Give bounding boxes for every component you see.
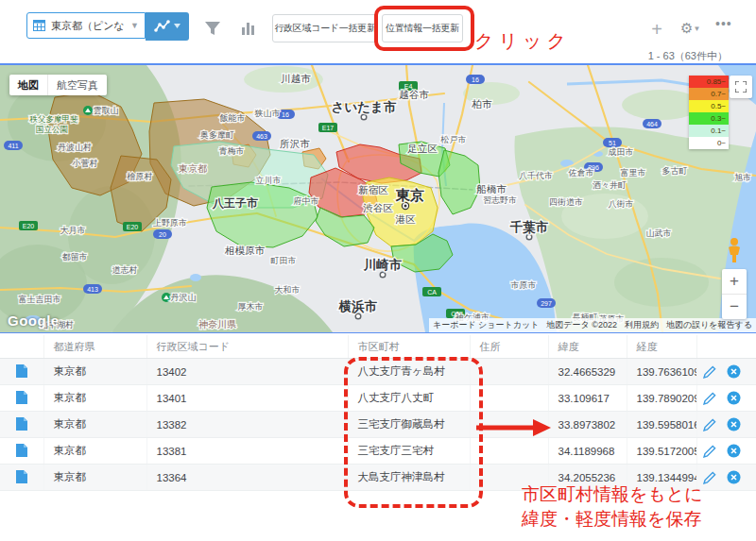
map-canvas[interactable]: 14041116463E17E41651464296E20E2020413CAC…: [0, 63, 756, 333]
remove-pin-icon[interactable]: [727, 470, 741, 484]
cell-actions: [696, 385, 756, 412]
map-label: 千葉市: [509, 220, 549, 234]
map-label: 成田市: [609, 147, 634, 157]
cell-latitude: 33.109617: [548, 385, 627, 412]
terms-link[interactable]: 利用規約: [621, 318, 662, 332]
map-label: 富士吉田市: [19, 295, 61, 304]
annotation-dashed-box: [344, 357, 483, 508]
remove-pin-icon[interactable]: [727, 391, 741, 405]
map-view-toggle[interactable]: [146, 12, 189, 41]
svg-text:16: 16: [472, 76, 479, 83]
header-icon-col: [0, 335, 43, 359]
edit-pencil-icon[interactable]: [703, 471, 716, 484]
cell-prefecture: 東京都: [43, 465, 146, 491]
remove-pin-icon[interactable]: [727, 444, 741, 458]
svg-text:464: 464: [646, 121, 658, 127]
cell-prefecture: 東京都: [43, 412, 146, 438]
col-header-latitude[interactable]: 緯度: [548, 335, 627, 359]
record-document-icon[interactable]: [16, 444, 27, 457]
cell-admin-code: 13402: [146, 359, 348, 385]
map-label: 新宿区: [358, 184, 388, 195]
map-label: 佐倉市: [568, 168, 594, 178]
keyboard-shortcuts-link[interactable]: キーボード ショートカット: [429, 318, 542, 332]
cell-latitude: 33.8973802: [548, 412, 627, 438]
map-label: 小菅村: [72, 159, 98, 168]
batch-admin-code-button[interactable]: 行政区域コード一括更新: [272, 14, 378, 42]
svg-text:411: 411: [8, 143, 18, 149]
legend-entry: 0~: [689, 137, 729, 149]
map-label: 東京: [395, 187, 424, 203]
map-label: 府中市: [294, 196, 319, 206]
record-document-icon[interactable]: [16, 391, 27, 404]
report-error-link[interactable]: 地図の誤りを報告する: [662, 318, 756, 332]
annotation-highlight-box: [374, 6, 474, 51]
col-header-address[interactable]: 住所: [470, 335, 548, 359]
map-label: 多古町: [662, 166, 688, 176]
edit-pencil-icon[interactable]: [703, 418, 716, 431]
map-label: 山武市: [646, 228, 672, 238]
header-actions-col: [696, 335, 756, 359]
view-selector-group: 東京都（ピンなし） ▼: [26, 12, 189, 41]
table-header-row: 都道府県 行政区域コード 市区町村 住所 緯度 経度: [0, 335, 756, 359]
zoom-in-button[interactable]: +: [722, 269, 747, 295]
map-label: 国立公園: [36, 125, 68, 134]
filter-button[interactable]: [199, 16, 226, 41]
settings-button[interactable]: ⚙▼: [680, 20, 700, 37]
more-options-button[interactable]: •••: [715, 16, 732, 31]
edit-pencil-icon[interactable]: [703, 392, 716, 405]
pegman-icon[interactable]: [724, 237, 745, 263]
map-type-map[interactable]: 地図: [9, 75, 47, 95]
view-selector[interactable]: 東京都（ピンなし） ▼: [26, 12, 146, 39]
record-detail-cell: [0, 465, 43, 491]
col-header-admin-code[interactable]: 行政区域コード: [146, 335, 348, 359]
col-header-prefecture[interactable]: 都道府県: [43, 335, 146, 359]
map-label: 町田市: [271, 256, 297, 265]
remove-pin-icon[interactable]: [727, 417, 741, 431]
legend-entry: 0.7~: [689, 88, 729, 100]
record-count: 1 - 63（63件中）: [648, 49, 728, 63]
record-document-icon[interactable]: [16, 470, 27, 483]
map-label: 船橋市: [476, 183, 507, 194]
cell-longitude: 139.7890209: [627, 385, 696, 412]
map-label: 上野原市: [153, 218, 187, 228]
fullscreen-button[interactable]: [730, 76, 752, 98]
add-record-button[interactable]: +: [645, 19, 668, 41]
svg-text:E20: E20: [127, 224, 139, 230]
cell-prefecture: 東京都: [43, 438, 146, 465]
map-label: 渋谷区: [363, 202, 393, 213]
cell-latitude: 32.4665329: [548, 359, 627, 385]
col-header-longitude[interactable]: 経度: [627, 335, 696, 359]
svg-text:51: 51: [609, 140, 616, 146]
cell-admin-code: 13382: [146, 412, 348, 438]
map-label: 雲取山: [94, 106, 119, 115]
record-detail-cell: [0, 438, 43, 465]
route-chart-icon: [154, 20, 171, 33]
svg-text:16: 16: [282, 111, 289, 118]
svg-text:20: 20: [159, 231, 166, 238]
chart-button[interactable]: [235, 16, 262, 41]
record-document-icon[interactable]: [16, 364, 27, 378]
annotation-note: 市区町村情報をもとに 緯度・軽度情報を保存: [522, 482, 703, 532]
cell-latitude: 34.1189968: [548, 438, 627, 465]
cell-actions: [696, 412, 756, 438]
city-dot: [355, 313, 361, 319]
zoom-out-button[interactable]: −: [722, 295, 747, 319]
cell-longitude: 139.5958016: [627, 412, 696, 438]
map-attribution: キーボード ショートカット 地図データ ©2022 利用規約 地図の誤りを報告す…: [0, 319, 756, 331]
record-document-icon[interactable]: [16, 417, 27, 431]
cell-actions: [696, 438, 756, 465]
svg-text:E20: E20: [23, 223, 35, 229]
map-label: 青梅市: [219, 146, 245, 156]
map-label: 飯能市: [220, 113, 246, 123]
map-data-label: 地図データ ©2022: [542, 318, 621, 332]
map-label: 丹沢山: [171, 293, 197, 302]
edit-pencil-icon[interactable]: [703, 365, 716, 379]
edit-pencil-icon[interactable]: [703, 445, 716, 458]
legend-entry: 0.3~: [689, 112, 729, 125]
cell-prefecture: 東京都: [43, 385, 146, 412]
cell-actions: [696, 359, 756, 385]
remove-pin-icon[interactable]: [727, 364, 741, 379]
col-header-municipality[interactable]: 市区町村: [348, 335, 470, 359]
legend-entry: 0.85~: [689, 76, 729, 88]
map-type-satellite[interactable]: 航空写真: [47, 75, 107, 95]
